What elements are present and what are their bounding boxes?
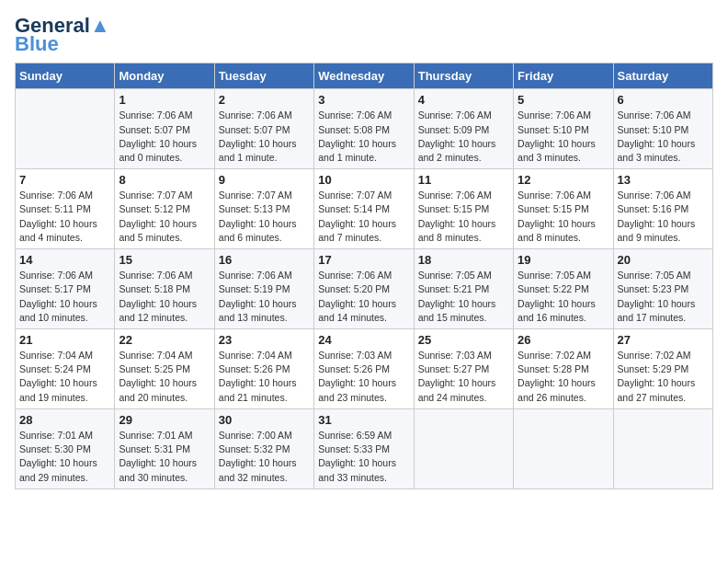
day-number: 23: [219, 333, 310, 347]
calendar-week-2: 7Sunrise: 7:06 AMSunset: 5:11 PMDaylight…: [16, 169, 713, 249]
calendar-cell: 21Sunrise: 7:04 AMSunset: 5:24 PMDayligh…: [16, 329, 115, 409]
day-number: 29: [119, 413, 210, 427]
day-number: 12: [518, 173, 609, 187]
day-number: 30: [219, 413, 310, 427]
day-info: Sunrise: 7:02 AMSunset: 5:29 PMDaylight:…: [618, 349, 709, 405]
calendar-cell: 23Sunrise: 7:04 AMSunset: 5:26 PMDayligh…: [214, 329, 313, 409]
calendar-cell: 8Sunrise: 7:07 AMSunset: 5:12 PMDaylight…: [115, 169, 214, 249]
calendar-cell: 14Sunrise: 7:06 AMSunset: 5:17 PMDayligh…: [16, 249, 115, 329]
calendar-cell: 16Sunrise: 7:06 AMSunset: 5:19 PMDayligh…: [214, 249, 313, 329]
day-number: 14: [19, 253, 110, 267]
calendar-cell: 24Sunrise: 7:03 AMSunset: 5:26 PMDayligh…: [314, 329, 414, 409]
calendar-cell: 19Sunrise: 7:05 AMSunset: 5:22 PMDayligh…: [514, 249, 613, 329]
day-info: Sunrise: 7:06 AMSunset: 5:20 PMDaylight:…: [318, 269, 409, 325]
day-info: Sunrise: 7:06 AMSunset: 5:18 PMDaylight:…: [119, 269, 210, 325]
calendar-week-3: 14Sunrise: 7:06 AMSunset: 5:17 PMDayligh…: [16, 249, 713, 329]
day-number: 10: [318, 173, 409, 187]
calendar-cell: 9Sunrise: 7:07 AMSunset: 5:13 PMDaylight…: [214, 169, 313, 249]
day-number: 28: [19, 413, 110, 427]
calendar-week-1: 1Sunrise: 7:06 AMSunset: 5:07 PMDaylight…: [16, 89, 713, 169]
calendar-week-4: 21Sunrise: 7:04 AMSunset: 5:24 PMDayligh…: [16, 329, 713, 409]
calendar-cell: 17Sunrise: 7:06 AMSunset: 5:20 PMDayligh…: [314, 249, 414, 329]
day-number: 7: [19, 173, 110, 187]
day-number: 15: [119, 253, 210, 267]
day-number: 21: [19, 333, 110, 347]
day-info: Sunrise: 7:06 AMSunset: 5:11 PMDaylight:…: [19, 189, 110, 245]
weekday-header-friday: Friday: [514, 63, 613, 89]
day-number: 1: [119, 93, 210, 107]
calendar-cell: 29Sunrise: 7:01 AMSunset: 5:31 PMDayligh…: [115, 408, 214, 488]
weekday-header-saturday: Saturday: [613, 63, 712, 89]
calendar-cell: [514, 408, 613, 488]
day-info: Sunrise: 7:06 AMSunset: 5:16 PMDaylight:…: [618, 189, 709, 245]
day-info: Sunrise: 7:06 AMSunset: 5:07 PMDaylight:…: [119, 109, 210, 165]
calendar-cell: 10Sunrise: 7:07 AMSunset: 5:14 PMDayligh…: [314, 169, 414, 249]
day-number: 13: [618, 173, 709, 187]
calendar-cell: 25Sunrise: 7:03 AMSunset: 5:27 PMDayligh…: [414, 329, 513, 409]
day-number: 31: [318, 413, 409, 427]
day-number: 16: [219, 253, 310, 267]
day-info: Sunrise: 7:06 AMSunset: 5:08 PMDaylight:…: [318, 109, 409, 165]
day-info: Sunrise: 7:06 AMSunset: 5:10 PMDaylight:…: [518, 109, 609, 165]
day-number: 2: [219, 93, 310, 107]
day-number: 24: [318, 333, 409, 347]
weekday-header-sunday: Sunday: [16, 63, 115, 89]
calendar-cell: 6Sunrise: 7:06 AMSunset: 5:10 PMDaylight…: [613, 89, 712, 169]
day-info: Sunrise: 7:01 AMSunset: 5:31 PMDaylight:…: [119, 429, 210, 485]
logo-blue-text: Blue: [15, 32, 59, 55]
calendar-cell: 26Sunrise: 7:02 AMSunset: 5:28 PMDayligh…: [514, 329, 613, 409]
calendar-cell: 28Sunrise: 7:01 AMSunset: 5:30 PMDayligh…: [16, 408, 115, 488]
calendar-cell: 3Sunrise: 7:06 AMSunset: 5:08 PMDaylight…: [314, 89, 414, 169]
calendar-cell: 13Sunrise: 7:06 AMSunset: 5:16 PMDayligh…: [613, 169, 712, 249]
day-info: Sunrise: 7:05 AMSunset: 5:23 PMDaylight:…: [618, 269, 709, 325]
day-number: 3: [318, 93, 409, 107]
weekday-header-thursday: Thursday: [414, 63, 513, 89]
day-number: 8: [119, 173, 210, 187]
day-info: Sunrise: 7:07 AMSunset: 5:14 PMDaylight:…: [318, 189, 409, 245]
day-info: Sunrise: 7:04 AMSunset: 5:25 PMDaylight:…: [119, 349, 210, 405]
calendar-header: SundayMondayTuesdayWednesdayThursdayFrid…: [16, 63, 713, 89]
day-info: Sunrise: 7:01 AMSunset: 5:30 PMDaylight:…: [19, 429, 110, 485]
calendar-cell: 12Sunrise: 7:06 AMSunset: 5:15 PMDayligh…: [514, 169, 613, 249]
calendar-cell: 20Sunrise: 7:05 AMSunset: 5:23 PMDayligh…: [613, 249, 712, 329]
calendar-table: SundayMondayTuesdayWednesdayThursdayFrid…: [15, 63, 713, 488]
day-info: Sunrise: 7:06 AMSunset: 5:10 PMDaylight:…: [618, 109, 709, 165]
day-info: Sunrise: 7:06 AMSunset: 5:07 PMDaylight:…: [219, 109, 310, 165]
day-info: Sunrise: 7:04 AMSunset: 5:24 PMDaylight:…: [19, 349, 110, 405]
day-number: 25: [418, 333, 509, 347]
day-info: Sunrise: 7:02 AMSunset: 5:28 PMDaylight:…: [518, 349, 609, 405]
day-number: 27: [618, 333, 709, 347]
day-info: Sunrise: 7:07 AMSunset: 5:13 PMDaylight:…: [219, 189, 310, 245]
day-info: Sunrise: 6:59 AMSunset: 5:33 PMDaylight:…: [318, 429, 409, 485]
day-info: Sunrise: 7:06 AMSunset: 5:17 PMDaylight:…: [19, 269, 110, 325]
calendar-cell: [613, 408, 712, 488]
calendar-cell: 31Sunrise: 6:59 AMSunset: 5:33 PMDayligh…: [314, 408, 414, 488]
calendar-cell: 11Sunrise: 7:06 AMSunset: 5:15 PMDayligh…: [414, 169, 513, 249]
page-header: General▲ Blue: [15, 15, 713, 55]
calendar-cell: [16, 89, 115, 169]
day-info: Sunrise: 7:03 AMSunset: 5:26 PMDaylight:…: [318, 349, 409, 405]
calendar-cell: 15Sunrise: 7:06 AMSunset: 5:18 PMDayligh…: [115, 249, 214, 329]
day-info: Sunrise: 7:06 AMSunset: 5:19 PMDaylight:…: [219, 269, 310, 325]
day-info: Sunrise: 7:06 AMSunset: 5:15 PMDaylight:…: [418, 189, 509, 245]
day-info: Sunrise: 7:06 AMSunset: 5:15 PMDaylight:…: [518, 189, 609, 245]
day-info: Sunrise: 7:00 AMSunset: 5:32 PMDaylight:…: [219, 429, 310, 485]
day-info: Sunrise: 7:04 AMSunset: 5:26 PMDaylight:…: [219, 349, 310, 405]
day-number: 17: [318, 253, 409, 267]
day-info: Sunrise: 7:05 AMSunset: 5:21 PMDaylight:…: [418, 269, 509, 325]
day-number: 26: [518, 333, 609, 347]
calendar-cell: 7Sunrise: 7:06 AMSunset: 5:11 PMDaylight…: [16, 169, 115, 249]
day-number: 9: [219, 173, 310, 187]
calendar-week-5: 28Sunrise: 7:01 AMSunset: 5:30 PMDayligh…: [16, 408, 713, 488]
weekday-header-tuesday: Tuesday: [214, 63, 313, 89]
day-number: 20: [618, 253, 709, 267]
logo: General▲ Blue: [15, 15, 110, 55]
day-info: Sunrise: 7:07 AMSunset: 5:12 PMDaylight:…: [119, 189, 210, 245]
day-number: 22: [119, 333, 210, 347]
calendar-cell: 5Sunrise: 7:06 AMSunset: 5:10 PMDaylight…: [514, 89, 613, 169]
calendar-cell: 4Sunrise: 7:06 AMSunset: 5:09 PMDaylight…: [414, 89, 513, 169]
day-number: 5: [518, 93, 609, 107]
calendar-cell: 27Sunrise: 7:02 AMSunset: 5:29 PMDayligh…: [613, 329, 712, 409]
weekday-header-wednesday: Wednesday: [314, 63, 414, 89]
calendar-cell: 1Sunrise: 7:06 AMSunset: 5:07 PMDaylight…: [115, 89, 214, 169]
